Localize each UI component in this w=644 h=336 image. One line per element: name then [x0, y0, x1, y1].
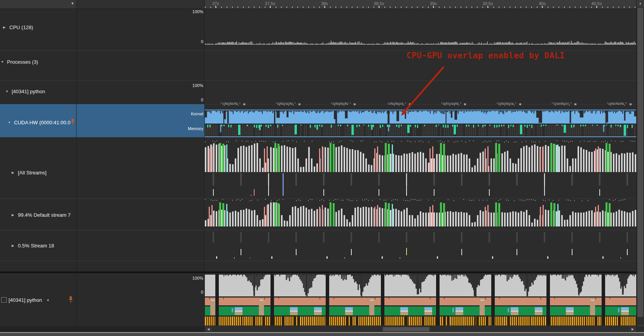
values-header	[77, 0, 205, 9]
panel-divider	[204, 0, 205, 326]
sidebar-item-python[interactable]: ▼ [40341] python	[5, 88, 45, 94]
scroll-right-button[interactable]: ▶	[629, 326, 636, 332]
scale-label-cpu-min: 0	[164, 39, 203, 44]
tree-header: ▼	[0, 0, 77, 9]
row-divider	[0, 50, 205, 51]
sidebar-item-label: CPU (128)	[9, 24, 33, 30]
timeline-canvas[interactable]	[205, 0, 636, 326]
expand-collapsed-icon[interactable]: ▶	[12, 171, 15, 174]
horizontal-scrollbar[interactable]: ◀ ▶	[205, 326, 636, 332]
row-divider	[0, 137, 205, 138]
pin-icon[interactable]	[68, 296, 73, 303]
row-divider	[0, 198, 205, 199]
horizontal-scroll-thumb[interactable]	[383, 327, 429, 331]
sidebar-item-label: Processes (3)	[7, 59, 38, 65]
sidebar-item-label: 99.4% Default stream 7	[18, 212, 71, 218]
profiler-window: ▼ ▶ CPU (128) ▼ Processes (3) ▼ [40341] …	[0, 0, 644, 336]
row-divider	[0, 261, 205, 261]
panel-divider	[76, 0, 77, 326]
band-label-memory: Memory	[164, 126, 203, 131]
scroll-up-button[interactable]: ▲	[637, 0, 644, 7]
sidebar-item-stream-18[interactable]: ▶ 0.5% Stream 18	[12, 242, 54, 249]
sidebar-item-label: CUDA HW (0000:41:00.0	[14, 120, 70, 125]
sidebar-item-label: [40341] python	[12, 89, 45, 94]
sidebar-item-all-streams[interactable]: ▶ [All Streams]	[12, 169, 47, 176]
row-divider	[0, 80, 205, 81]
expand-expanded-icon[interactable]: ▼	[8, 121, 11, 124]
sidebar-item-default-stream-7[interactable]: ▶ 99.4% Default stream 7	[12, 212, 71, 218]
pinned-row-checkbox[interactable]	[1, 297, 7, 303]
chevron-down-icon[interactable]: ▼	[71, 2, 74, 5]
vertical-scrollbar[interactable]: ▲ ▼	[636, 0, 644, 332]
vertical-scroll-thumb[interactable]	[637, 8, 643, 317]
pinned-section-separator	[0, 272, 644, 273]
expand-collapsed-icon[interactable]: ▶	[3, 26, 7, 29]
annotation-arrow	[396, 61, 455, 120]
chevron-down-icon[interactable]: ▾	[47, 298, 49, 302]
window-edge	[0, 333, 644, 336]
expand-expanded-icon[interactable]: ▼	[1, 60, 4, 64]
row-divider	[0, 230, 205, 230]
sidebar-item-processes[interactable]: ▼ Processes (3)	[1, 59, 38, 65]
bottom-left-filler	[0, 326, 205, 332]
scale-label-pinned-max: 100%	[164, 276, 203, 281]
scale-label-cpu-max: 100%	[164, 9, 203, 14]
scale-label-python-min: 0	[164, 97, 203, 103]
sidebar-item-cpu[interactable]: ▶ CPU (128)	[3, 24, 33, 30]
pinned-row-python[interactable]: [40341] python ▾	[9, 297, 49, 303]
annotation-text: CPU-GPU overlap enabled by DALI	[407, 51, 565, 60]
sidebar-item-label: 0.5% Stream 18	[18, 243, 54, 249]
sidebar-item-cuda-hw[interactable]: ▼ CUDA HW (0000:41:00.0	[8, 119, 70, 125]
expand-collapsed-icon[interactable]: ▶	[12, 213, 15, 217]
scrollbar-corner	[636, 326, 644, 332]
pin-icon[interactable]	[70, 119, 75, 125]
expand-expanded-icon[interactable]: ▼	[5, 90, 9, 93]
sidebar-item-label: [All Streams]	[18, 170, 47, 176]
scroll-left-button[interactable]: ◀	[205, 326, 212, 332]
scale-label-pinned-min: 0	[164, 290, 203, 295]
scale-label-python-max: 100%	[164, 83, 203, 88]
band-label-kernel: Kernel	[164, 111, 203, 117]
pinned-row-label: [40341] python	[9, 297, 42, 303]
expand-collapsed-icon[interactable]: ▶	[12, 244, 15, 247]
